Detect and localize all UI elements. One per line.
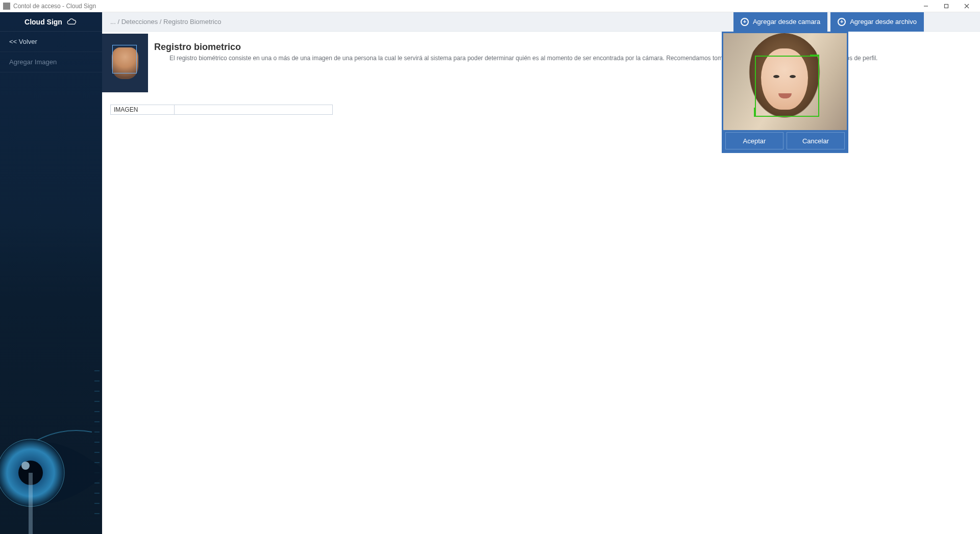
camera-capture-popup: Aceptar Cancelar — [722, 32, 848, 153]
close-button[interactable] — [957, 0, 977, 12]
window-controls — [916, 0, 977, 12]
image-grid: IMAGEN — [110, 105, 980, 115]
svg-point-19 — [0, 439, 64, 506]
brand-text: Cloud Sign — [24, 18, 62, 26]
brand: Cloud Sign — [0, 12, 102, 32]
sidebar-back[interactable]: << Volver — [0, 32, 102, 52]
sidebar-back-label: << Volver — [9, 38, 37, 45]
page-header: Registro biometrico El registro biométri… — [102, 32, 980, 92]
minimize-button[interactable] — [916, 0, 936, 12]
svg-point-20 — [0, 439, 64, 506]
capture-accept-button[interactable]: Aceptar — [725, 132, 783, 149]
sidebar: Cloud Sign << Volver Agregar Imagen — [0, 12, 102, 534]
add-from-file-button[interactable]: + Agregar desde archivo — [830, 12, 924, 32]
main: ... / Detecciones / Registro Biometrico … — [102, 12, 980, 534]
maximize-button[interactable] — [936, 0, 957, 12]
topbar-actions: + Agregar desde camara + Agregar desde a… — [733, 12, 980, 32]
sidebar-add-image[interactable]: Agregar Imagen — [0, 52, 102, 72]
svg-rect-1 — [945, 4, 948, 8]
svg-point-21 — [18, 461, 43, 485]
plus-icon: + — [741, 18, 749, 26]
face-detection-corner — [754, 108, 763, 117]
window-titlebar: Contol de acceso - Cloud Sign — [0, 0, 980, 12]
capture-cancel-label: Cancelar — [802, 137, 829, 145]
app-root: Cloud Sign << Volver Agregar Imagen — [0, 12, 980, 534]
grid-cell-value[interactable] — [175, 105, 332, 114]
capture-actions: Aceptar Cancelar — [723, 130, 847, 151]
sidebar-eye-graphic — [0, 361, 102, 534]
window-title: Contol de acceso - Cloud Sign — [13, 3, 916, 10]
capture-accept-label: Aceptar — [743, 137, 766, 145]
breadcrumb: ... / Detecciones / Registro Biometrico — [110, 18, 733, 26]
sidebar-add-image-label: Agregar Imagen — [9, 58, 57, 66]
add-from-file-label: Agregar desde archivo — [850, 18, 917, 26]
svg-rect-23 — [29, 473, 33, 534]
app-icon — [3, 3, 10, 10]
topbar: ... / Detecciones / Registro Biometrico … — [102, 12, 980, 32]
cloud-icon — [66, 18, 78, 26]
content: Registro biometrico El registro biométri… — [102, 32, 980, 534]
grid-column-header: IMAGEN — [111, 105, 175, 114]
add-from-camera-button[interactable]: + Agregar desde camara — [733, 12, 827, 32]
grid-header-row: IMAGEN — [110, 105, 333, 115]
face-detection-corner — [810, 55, 819, 64]
capture-cancel-button[interactable]: Cancelar — [787, 132, 845, 149]
camera-preview — [723, 33, 847, 130]
plus-icon: + — [838, 18, 846, 26]
face-detection-rect — [755, 56, 819, 117]
svg-point-22 — [21, 462, 30, 470]
add-from-camera-label: Agregar desde camara — [753, 18, 820, 26]
biometric-thumbnail — [102, 34, 148, 92]
